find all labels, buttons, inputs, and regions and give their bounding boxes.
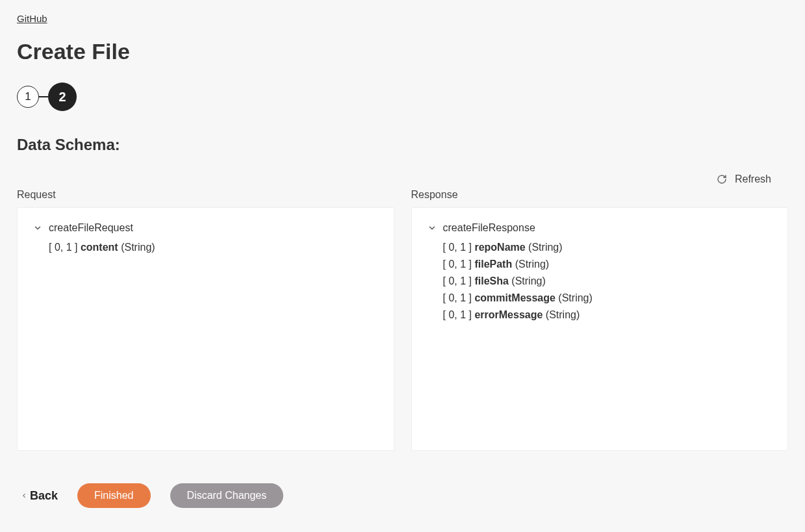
response-root-toggle[interactable]: createFileResponse [428,222,773,234]
response-panel: createFileResponse [ 0, 1 ] repoName (St… [411,207,789,451]
chevron-down-icon [33,223,42,233]
request-root-name: createFileRequest [49,222,133,234]
schema-field[interactable]: [ 0, 1 ] repoName (String) [443,239,773,256]
field-type: (String) [509,275,546,286]
schema-field[interactable]: [ 0, 1 ] content (String) [49,239,378,256]
field-cardinality: [ 0, 1 ] [443,275,475,286]
step-1[interactable]: 1 [17,86,39,108]
step-connector [39,96,48,97]
field-cardinality: [ 0, 1 ] [443,292,475,303]
section-heading: Data Schema: [17,136,788,154]
finished-button[interactable]: Finished [77,483,150,508]
field-type: (String) [118,242,155,253]
refresh-button[interactable]: Refresh [717,173,771,185]
request-root-toggle[interactable]: createFileRequest [33,222,378,234]
step-2[interactable]: 2 [48,82,77,111]
field-name: fileSha [474,275,508,286]
page-title: Create File [17,39,788,64]
response-fields: [ 0, 1 ] repoName (String)[ 0, 1 ] fileP… [443,239,773,323]
request-column: Request createFileRequest [ 0, 1 ] conte… [17,189,394,451]
discard-button[interactable]: Discard Changes [170,483,284,508]
response-column: Response createFileResponse [ 0, 1 ] rep… [411,189,789,451]
field-cardinality: [ 0, 1 ] [443,242,475,253]
field-name: errorMessage [474,309,543,320]
refresh-icon [717,174,727,184]
field-type: (String) [543,309,580,320]
field-cardinality: [ 0, 1 ] [443,309,475,320]
stepper: 1 2 [17,82,788,111]
schema-field[interactable]: [ 0, 1 ] filePath (String) [443,256,773,273]
field-cardinality: [ 0, 1 ] [49,242,81,253]
field-type: (String) [512,259,549,270]
chevron-down-icon [428,223,437,233]
field-cardinality: [ 0, 1 ] [443,259,475,270]
schema-field[interactable]: [ 0, 1 ] errorMessage (String) [443,307,773,323]
field-type: (String) [526,242,563,253]
request-fields: [ 0, 1 ] content (String) [49,239,378,256]
back-button[interactable]: Back [21,489,58,503]
schema-field[interactable]: [ 0, 1 ] commitMessage (String) [443,290,773,307]
refresh-label: Refresh [735,173,771,185]
field-name: filePath [474,259,512,270]
field-name: repoName [474,242,525,253]
response-label: Response [411,189,789,201]
field-type: (String) [556,292,593,303]
chevron-left-icon [21,491,27,500]
breadcrumb-link-github[interactable]: GitHub [17,13,47,24]
request-label: Request [17,189,394,201]
response-root-name: createFileResponse [443,222,535,234]
request-panel: createFileRequest [ 0, 1 ] content (Stri… [17,207,394,451]
field-name: commitMessage [474,292,556,303]
schema-field[interactable]: [ 0, 1 ] fileSha (String) [443,273,773,290]
back-label: Back [30,489,58,503]
field-name: content [81,242,118,253]
